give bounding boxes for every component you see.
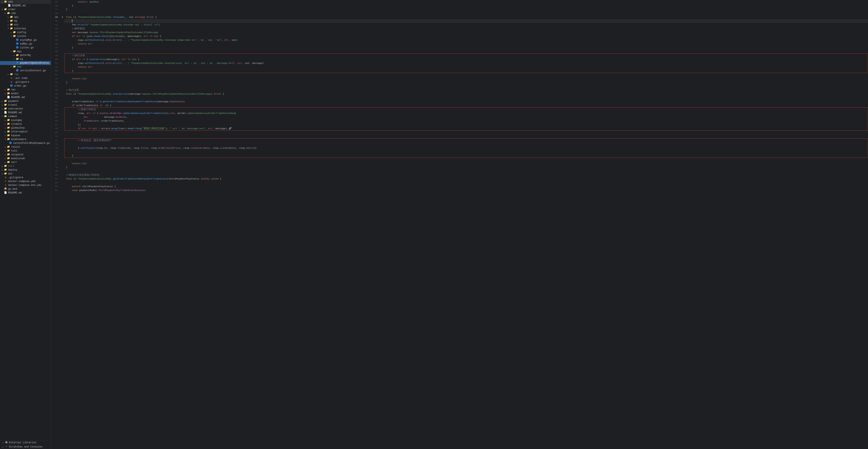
sidebar-item-xerr[interactable]: ▶ 📁 xerr — [0, 160, 51, 164]
line-gutter — [61, 185, 64, 188]
sidebar-item-tool[interactable]: ▶ 📁 tool — [0, 149, 51, 153]
sidebar-item-label: README.md — [8, 191, 22, 194]
sidebar-item-readme-root[interactable]: 📄 README.md — [0, 111, 51, 115]
sidebar-item-listen-go[interactable]: 🔵 listen.go — [0, 46, 51, 50]
sidebar-item-usercenter[interactable]: ▶ 📁 usercenter — [0, 107, 51, 111]
sidebar-item-label: internal — [14, 27, 26, 30]
sidebar-item-doc[interactable]: ▶ 📁 doc — [0, 172, 51, 176]
sidebar-item-common[interactable]: ▼ 📁 common — [0, 115, 51, 119]
line-content: TradeState: orderTradeState, — [64, 119, 868, 123]
sidebar-item-middleware[interactable]: ▼ 📁 middleware — [0, 137, 51, 141]
library-icon: 📚 — [5, 441, 8, 444]
sidebar-item-asynqmqs[interactable]: 🔵 asynqMqs.go — [0, 38, 51, 42]
sidebar-item-paymentupdatestatus[interactable]: 🔵 paymentUpdateStatus.go — [0, 61, 51, 65]
sidebar-item-ctxdata[interactable]: ▶ 📁 ctxdata — [0, 122, 51, 126]
sidebar-item-result[interactable]: ▶ 📁 result — [0, 145, 51, 149]
sidebar-item-label: travel — [8, 103, 17, 106]
line-gutter — [61, 50, 64, 54]
sidebar-item-setuid[interactable]: 🔵 setUidToCtxMiddleware.go — [0, 141, 51, 145]
line-gutter — [61, 103, 64, 107]
sidebar-item-servicecontext[interactable]: 🔵 serviceContext.go — [0, 69, 51, 72]
md-icon: 📄 — [8, 4, 11, 7]
line-number: 80 — [51, 173, 61, 177]
line-number: 63 — [51, 107, 61, 111]
folder-icon: 📁 — [10, 15, 13, 19]
sidebar-item-deploy[interactable]: ▶ 📁 deploy — [0, 168, 51, 172]
sidebar-item-label: External Libraries — [9, 441, 36, 444]
sidebar-item-asynqmq[interactable]: ▶ 📁 asynqmq — [0, 119, 51, 122]
sidebar-item-defermq[interactable]: ▶ 📁 deferMq — [0, 54, 51, 57]
line-content — [64, 169, 868, 173]
sidebar-item-gitignore-root[interactable]: ◉ .gitignore — [0, 176, 51, 180]
sidebar-item-api[interactable]: ▶ 📁 api — [0, 15, 51, 19]
sidebar-item-readme-order[interactable]: 📄 README.md — [0, 95, 51, 99]
line-gutter — [61, 0, 64, 4]
sidebar-item-wxminisub[interactable]: ▶ 📁 wxminisub — [0, 157, 51, 160]
line-gutter — [61, 119, 64, 123]
sidebar-item-internal[interactable]: ▼ 📁 internal — [0, 27, 51, 31]
sidebar-item-tmp[interactable]: ▶ 📁 tmp — [0, 72, 51, 76]
folder-icon: 📁 — [4, 103, 7, 107]
table-row: 79 — [51, 169, 868, 173]
line-gutter — [61, 27, 64, 31]
sidebar-item-readme-top[interactable]: 📄 README.md — [0, 4, 51, 8]
line-content: //更新订单状态 — [64, 107, 868, 111]
sidebar-item-cmd[interactable]: ▶ 📁 cmd — [0, 11, 51, 15]
sidebar-item-uniqueid[interactable]: ▶ 📁 uniqueid — [0, 153, 51, 157]
expand-arrow: ▶ — [2, 442, 5, 444]
line-number: 77 — [51, 162, 61, 165]
editor-area: 35 svcCtx: svcCtx, 36 } 37 } — [51, 0, 868, 449]
external-libraries-item[interactable]: ▶ 📚 External Libraries — [0, 441, 51, 445]
line-gutter — [61, 23, 64, 27]
scratches-consoles-item[interactable]: ▶ ✎ Scratches and Consoles — [0, 445, 51, 449]
sidebar-item-svc[interactable]: ▼ 📁 svc — [0, 65, 51, 69]
line-content: return err — [64, 65, 868, 69]
sidebar-item-kq[interactable]: ▼ 📁 kq — [0, 57, 51, 61]
line-gutter — [61, 177, 64, 181]
line-gutter — [61, 181, 64, 185]
line-content: return nil — [64, 77, 868, 81]
sidebar-item-docker-compose[interactable]: ⚙ docker-compose.yml — [0, 180, 51, 183]
expand-arrow: ▶ — [4, 89, 7, 91]
sidebar-item-data[interactable]: ▶ 📁 data — [0, 164, 51, 168]
line-content — [64, 96, 868, 100]
line-number: 38 — [51, 11, 61, 15]
sidebar-item-go-mod[interactable]: 📦 go.mod — [0, 187, 51, 191]
sidebar-item-interceptor[interactable]: ▶ 📁 interceptor — [0, 130, 51, 134]
table-row: 59 func (l *PaymentUpdateStatusMq) execS… — [51, 92, 868, 96]
table-row: 54 — [51, 73, 868, 77]
sidebar-item-gitignore-order[interactable]: ◉ .gitignore — [0, 80, 51, 84]
sidebar-item-mq[interactable]: ▶ 📁 mq — [0, 19, 51, 23]
expand-arrow: ▶ — [4, 154, 7, 156]
sidebar-item-mqs[interactable]: ▼ 📁 mqs — [0, 50, 51, 54]
sidebar-item-order-go[interactable]: 🔵 order.go — [0, 84, 51, 88]
git-icon: ◉ — [10, 81, 13, 84]
sidebar-item-air-toml[interactable]: ⚙ .air.toml — [0, 76, 51, 80]
sidebar-item-listen[interactable]: ▼ 📁 listen — [0, 34, 51, 38]
folder-icon: 📁 — [7, 88, 10, 92]
sidebar-item-docker-compose-env[interactable]: ⚙ docker-compose-env.yml — [0, 183, 51, 187]
sidebar-item-globalkey[interactable]: ▶ 📁 globalkey — [0, 126, 51, 130]
line-gutter — [61, 69, 64, 73]
line-gutter — [61, 165, 64, 169]
sidebar-item-travel[interactable]: ▶ 📁 travel — [0, 103, 51, 107]
sidebar-item-readme-final[interactable]: 📄 README.md — [0, 191, 51, 195]
folder-icon: 📁 — [4, 115, 7, 118]
table-row: 41 fmt.Printf(" PaymentUpdateStatusMq Co… — [51, 23, 868, 27]
sidebar-item-order[interactable]: ▼ 📁 order — [0, 8, 51, 11]
sidebar-item-kqueue[interactable]: ▶ 📁 kqueue — [0, 134, 51, 137]
expand-arrow: ▼ — [10, 51, 13, 53]
code-container[interactable]: 35 svcCtx: svcCtx, 36 } 37 } — [51, 0, 868, 449]
sidebar-item-kqmqs[interactable]: 🔵 kqMqs.go — [0, 42, 51, 46]
sidebar-item-config[interactable]: ▶ 📁 config — [0, 31, 51, 34]
sidebar-item-label: README.md — [11, 96, 25, 99]
scratch-icon: ✎ — [5, 445, 8, 449]
sidebar-item-rpc[interactable]: ▶ 📁 rpc — [0, 88, 51, 92]
go-icon: 🔵 — [16, 69, 19, 72]
sidebar-item-etc[interactable]: ▶ 📁 etc — [0, 23, 51, 27]
line-number: 59 — [51, 92, 61, 96]
go-icon: 🔵 — [10, 84, 13, 88]
sidebar-item-cmd-top[interactable]: ▶ 📁 cmd — [0, 0, 51, 4]
sidebar-item-model[interactable]: ▶ 📁 model — [0, 92, 51, 95]
sidebar-item-payment[interactable]: ▶ 📁 payment — [0, 99, 51, 103]
